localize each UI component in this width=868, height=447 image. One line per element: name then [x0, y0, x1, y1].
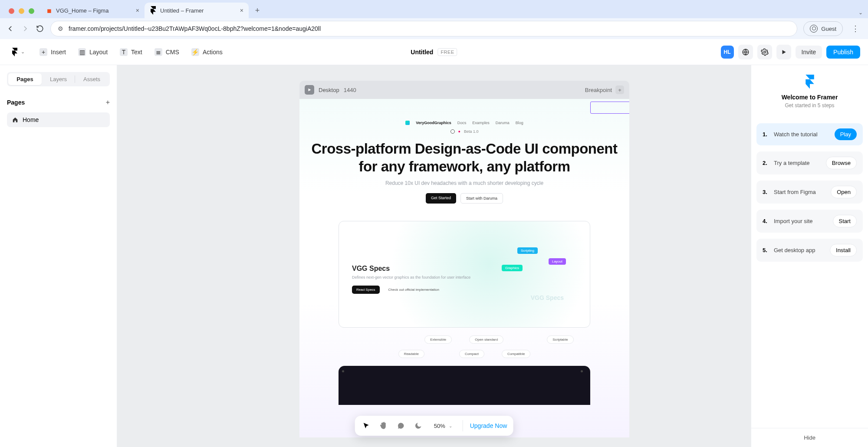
actions-label: Actions: [203, 49, 223, 56]
home-icon: [12, 117, 18, 123]
step-label: Get desktop app: [774, 247, 815, 253]
browser-tab-figma[interactable]: ◼ VGG_Home – Figma ×: [40, 3, 145, 18]
page-item-home[interactable]: Home: [7, 112, 110, 127]
add-breakpoint-button[interactable]: +: [615, 85, 624, 94]
new-tab-button[interactable]: +: [250, 3, 264, 17]
maximize-window-icon[interactable]: [29, 8, 34, 14]
window-controls: [4, 8, 40, 18]
preview-button[interactable]: [776, 45, 791, 59]
close-window-icon[interactable]: [9, 8, 14, 14]
pill: Readable: [398, 350, 424, 358]
add-page-button[interactable]: +: [106, 99, 110, 106]
browser-menu-button[interactable]: ⋮: [849, 24, 862, 33]
forward-button[interactable]: [21, 24, 30, 33]
specs-subtitle: Defines next-gen vector graphics as the …: [352, 275, 577, 279]
profile-chip[interactable]: Guest: [803, 21, 843, 36]
insert-button[interactable]: +Insert: [35, 46, 70, 59]
hero-l2: for any framework, any platform: [299, 158, 629, 175]
site-frame[interactable]: VeryGoodGraphics Docs Examples Daruma Bl…: [299, 99, 629, 437]
hide-button[interactable]: Hide: [751, 428, 868, 447]
canvas-toolbar: 50% ⌄ Upgrade Now: [355, 416, 513, 436]
breakpoint-label[interactable]: Breakpoint: [585, 87, 612, 93]
step-start-figma[interactable]: 3. Start from Figma Open: [756, 181, 863, 204]
canvas[interactable]: Desktop 1440 Breakpoint + VeryGoodGraphi…: [117, 65, 751, 447]
layout-button[interactable]: ▥Layout: [74, 46, 112, 59]
actions-button[interactable]: ⚡Actions: [187, 46, 227, 59]
address-row: ⚙ framer.com/projects/Untitled--u23Bu2Tr…: [0, 18, 868, 39]
user-avatar[interactable]: HL: [721, 46, 734, 59]
cursor-tool[interactable]: [361, 421, 372, 431]
reload-button[interactable]: [36, 24, 44, 33]
step-try-template[interactable]: 2. Try a template Browse: [756, 151, 863, 174]
chevron-down-icon: ⌄: [21, 49, 25, 55]
start-button[interactable]: Start: [833, 215, 857, 227]
site-settings-icon[interactable]: ⚙: [58, 25, 63, 32]
tab-pages[interactable]: Pages: [8, 73, 42, 85]
hero-heading: Cross-platform Design-as-Code UI compone…: [299, 140, 629, 176]
framer-logo-icon: [11, 48, 18, 56]
guest-avatar-icon: [810, 25, 818, 33]
dark-mode-toggle[interactable]: [413, 421, 424, 431]
step-watch-tutorial[interactable]: 1. Watch the tutorial Play: [756, 123, 863, 145]
framer-menu-button[interactable]: ⌄: [8, 45, 28, 59]
close-tab-icon[interactable]: ×: [240, 7, 243, 14]
cms-button[interactable]: ≣CMS: [150, 46, 184, 59]
step-desktop-app[interactable]: 5. Get desktop app Install: [756, 239, 863, 262]
open-button[interactable]: Open: [831, 186, 857, 198]
app-bar: ⌄ +Insert ▥Layout TText ≣CMS ⚡Actions Un…: [0, 39, 868, 65]
tab-assets[interactable]: Assets: [75, 73, 108, 85]
browser-chrome: ◼ VGG_Home – Figma × Untitled – Framer ×…: [0, 0, 868, 39]
nav-link: Blog: [516, 121, 523, 125]
zoom-control[interactable]: 50% ⌄: [431, 421, 456, 431]
toolbar: +Insert ▥Layout TText ≣CMS ⚡Actions: [35, 46, 227, 59]
invite-button[interactable]: Invite: [796, 46, 822, 59]
globe-button[interactable]: [738, 45, 753, 59]
specs-card: Scripting Graphics Layout VGG Specs VGG …: [339, 221, 590, 328]
guest-label: Guest: [821, 26, 836, 32]
install-button[interactable]: Install: [830, 244, 857, 256]
hand-tool[interactable]: [378, 421, 389, 431]
minimize-window-icon[interactable]: [19, 8, 24, 14]
hero-l1: Cross-platform Design-as-Code UI compone…: [299, 140, 629, 158]
step-number: 1.: [763, 131, 769, 138]
settings-button[interactable]: [757, 45, 772, 59]
close-tab-icon[interactable]: ×: [136, 7, 139, 14]
comment-tool[interactable]: [396, 421, 406, 431]
sidebar-segmented-control: Pages Layers Assets: [7, 72, 110, 86]
step-import-site[interactable]: 4. Import your site Start: [756, 210, 863, 233]
url-text: framer.com/projects/Untitled--u23Bu2TrAW…: [69, 25, 321, 32]
welcome-panel: Welcome to Framer Get started in 5 steps…: [751, 65, 868, 447]
step-label: Import your site: [774, 218, 813, 224]
publish-button[interactable]: Publish: [826, 46, 860, 59]
beta-row: ● Beta 1.0: [299, 129, 629, 134]
get-started-button: Get Started: [426, 193, 456, 204]
browser-tab-framer[interactable]: Untitled – Framer ×: [145, 3, 249, 18]
pill: Compatible: [502, 350, 530, 358]
welcome-title: Welcome to Framer: [756, 94, 863, 101]
upgrade-button[interactable]: Upgrade Now: [470, 422, 507, 429]
read-specs-button: Read Specs: [352, 286, 380, 294]
step-label: Start from Figma: [774, 189, 816, 195]
specs-title: VGG Specs: [352, 265, 577, 273]
frame-label[interactable]: Desktop: [319, 87, 339, 93]
frame-play-icon[interactable]: [305, 85, 314, 95]
step-number: 3.: [763, 189, 769, 195]
tab-title: VGG_Home – Figma: [56, 7, 108, 14]
pill-cloud: Extensible Open standard Scriptable Read…: [299, 335, 629, 358]
ghost-text: VGG Specs: [531, 294, 564, 301]
text-button[interactable]: TText: [115, 46, 147, 59]
step-number: 5.: [763, 247, 769, 253]
document-title[interactable]: Untitled FREE: [411, 48, 457, 56]
brand-name: VeryGoodGraphics: [416, 121, 451, 125]
pill: Compact: [459, 350, 484, 358]
back-button[interactable]: [6, 24, 15, 33]
tab-layers[interactable]: Layers: [42, 73, 75, 85]
nav-link: Examples: [472, 121, 490, 125]
actions-icon: ⚡: [191, 48, 199, 56]
left-sidebar: Pages Layers Assets Pages + Home: [0, 65, 117, 447]
selection-indicator: [590, 102, 629, 114]
tab-overflow-icon[interactable]: ⌄: [857, 10, 865, 16]
play-button[interactable]: Play: [835, 128, 857, 140]
address-bar[interactable]: ⚙ framer.com/projects/Untitled--u23Bu2Tr…: [50, 21, 797, 36]
browse-button[interactable]: Browse: [826, 157, 857, 169]
